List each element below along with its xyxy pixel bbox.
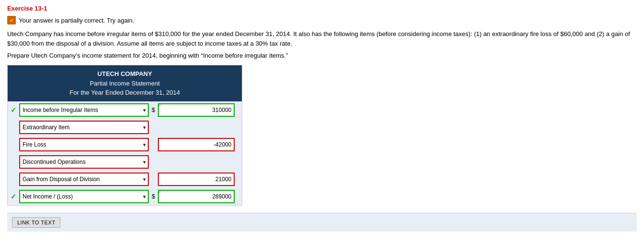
row6-dropdown[interactable]: Net Income / (Loss) (19, 190, 149, 203)
amount-cell[interactable]: ✓ (158, 103, 235, 117)
check-mark: ✓ (11, 193, 16, 200)
table-row: ✓ Income before Irregular Items ▼ $ ✓ (8, 101, 242, 119)
link-to-text-button[interactable]: LINK TO TEXT (12, 217, 60, 228)
check-mark-spacer: ✓ (11, 124, 16, 131)
statement-title: Partial Income Statement (10, 79, 239, 88)
row3-amount[interactable] (158, 138, 235, 151)
amount-check: ✓ (157, 103, 162, 108)
check-mark-spacer: ✓ (11, 158, 16, 166)
check-mark-spacer: ✓ (11, 175, 16, 183)
amount-cell[interactable]: ✓ (158, 190, 235, 203)
amount-cell[interactable] (158, 173, 235, 186)
statement-period: For the Year Ended December 31, 2014 (10, 88, 239, 98)
table-row: ✓ Fire Loss ▼ $ (8, 136, 242, 153)
prepare-text: Prepare Utech Company’s income statement… (7, 52, 637, 59)
footer-bar: LINK TO TEXT (7, 213, 637, 232)
problem-text-1: Utech Company has income before irregula… (7, 29, 631, 48)
partial-icon: ✓ (7, 16, 16, 25)
row1-amount[interactable] (158, 103, 235, 117)
table-row: ✓ Net Income / (Loss) ▼ $ ✓ (8, 188, 242, 205)
partial-correct-text: Your answer is partially correct. Try ag… (19, 17, 134, 24)
row2-dropdown[interactable]: Extraordinary Item (19, 121, 149, 134)
amount-check: ✓ (157, 189, 162, 195)
company-name: UTECH COMPANY (10, 69, 239, 79)
row4-dropdown[interactable]: Discontinued Operations (19, 155, 149, 169)
exercise-title: Exercise 13-1 (7, 5, 637, 12)
dollar-sign-spacer: $ (152, 141, 155, 148)
dropdown-cell[interactable]: Discontinued Operations ▼ (19, 155, 149, 169)
row1-dropdown[interactable]: Income before Irregular Items (19, 103, 149, 117)
table-row: ✓ Gain from Disposal of Division ▼ $ (8, 171, 242, 188)
dropdown-cell[interactable]: Fire Loss ▼ (19, 138, 149, 151)
table-row: ✓ Extraordinary Item ▼ (8, 119, 242, 136)
row6-amount[interactable] (158, 190, 235, 203)
table-body: ✓ Income before Irregular Items ▼ $ ✓ ✓ … (8, 101, 242, 205)
check-mark: ✓ (11, 106, 16, 114)
row5-amount[interactable] (158, 173, 235, 186)
partial-correct-notice: ✓ Your answer is partially correct. Try … (7, 16, 637, 25)
dropdown-cell[interactable]: Net Income / (Loss) ▼ (19, 190, 149, 203)
dropdown-cell[interactable]: Extraordinary Item ▼ (19, 121, 149, 134)
check-mark-spacer: ✓ (11, 141, 16, 148)
dollar-sign-spacer: $ (152, 175, 155, 183)
table-header: UTECH COMPANY Partial Income Statement F… (8, 65, 242, 101)
amount-cell[interactable] (158, 138, 235, 151)
dollar-sign: $ (152, 193, 155, 200)
income-statement-table: UTECH COMPANY Partial Income Statement F… (7, 65, 242, 206)
table-row: ✓ Discontinued Operations ▼ (8, 153, 242, 171)
dropdown-cell[interactable]: Income before Irregular Items ▼ (19, 103, 149, 117)
dropdown-cell[interactable]: Gain from Disposal of Division ▼ (19, 173, 149, 186)
dollar-sign: $ (152, 106, 155, 113)
row5-dropdown[interactable]: Gain from Disposal of Division (19, 173, 149, 186)
row3-dropdown[interactable]: Fire Loss (19, 138, 149, 151)
